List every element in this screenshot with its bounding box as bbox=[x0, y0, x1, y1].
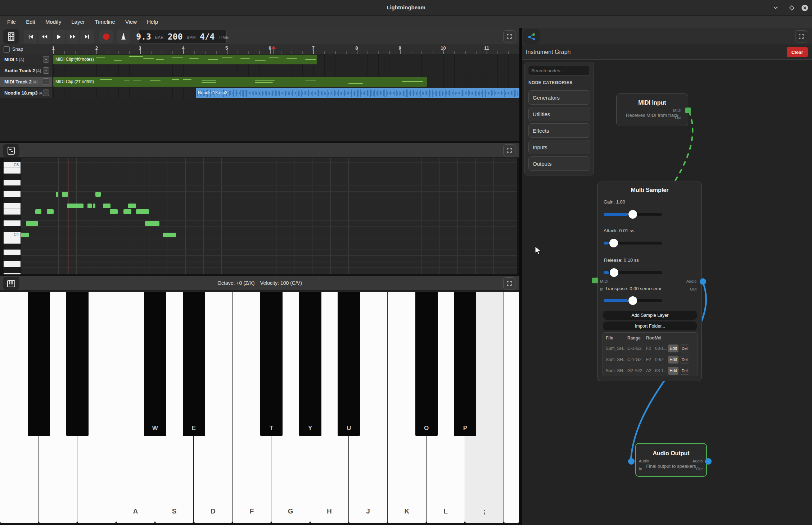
midi-note[interactable] bbox=[67, 204, 84, 208]
piano-roll-key[interactable] bbox=[4, 203, 21, 209]
audio-out-port[interactable] bbox=[705, 458, 712, 465]
midi-note[interactable] bbox=[87, 204, 92, 208]
piano-roll-key[interactable] bbox=[4, 226, 21, 232]
metronome-button[interactable] bbox=[117, 30, 130, 44]
menu-item-view[interactable]: View bbox=[120, 16, 142, 28]
piano-roll-key[interactable] bbox=[4, 244, 21, 250]
midi-note[interactable] bbox=[21, 233, 29, 237]
piano-roll-key[interactable] bbox=[4, 267, 21, 273]
rewind-button[interactable] bbox=[38, 30, 52, 44]
midi-note[interactable] bbox=[93, 204, 95, 208]
piano-roll-key[interactable] bbox=[4, 191, 21, 197]
midi-note[interactable] bbox=[163, 233, 176, 237]
white-key[interactable] bbox=[504, 292, 519, 523]
midi-note[interactable] bbox=[35, 209, 41, 214]
midi-note[interactable] bbox=[95, 192, 101, 197]
midi-note[interactable] bbox=[145, 221, 159, 226]
menu-item-help[interactable]: Help bbox=[142, 16, 163, 28]
piano-roll-key-partial[interactable] bbox=[4, 158, 21, 162]
delete-sample-button[interactable]: Del bbox=[680, 344, 689, 352]
add-sample-layer-button[interactable]: Add Sample Layer bbox=[603, 311, 697, 320]
transpose-slider-thumb[interactable] bbox=[628, 296, 637, 305]
track-mute-button[interactable]: - bbox=[43, 56, 49, 63]
midi-note[interactable] bbox=[136, 209, 149, 214]
search-input[interactable] bbox=[528, 65, 590, 76]
black-key-Y[interactable]: Y bbox=[299, 292, 321, 436]
graph-canvas[interactable]: NODE CATEGORIES GeneratorsUtilitiesEffec… bbox=[522, 60, 812, 525]
midi-note[interactable] bbox=[103, 204, 110, 208]
track-header-noodle-18-mp3[interactable]: Noodle 18.mp3[A]- bbox=[0, 88, 52, 98]
black-key[interactable] bbox=[28, 292, 50, 436]
category-button-effects[interactable]: Effects bbox=[528, 123, 590, 138]
track-header-midi-track-2[interactable]: MIDI Track 2[A]- bbox=[0, 77, 52, 87]
black-key[interactable] bbox=[66, 292, 89, 436]
clip-midi[interactable]: MIDI Clip (21 notes) bbox=[53, 77, 427, 87]
skip-to-start-button[interactable] bbox=[24, 30, 38, 44]
piano-roll-key[interactable]: C4 bbox=[4, 232, 21, 238]
gain-slider-thumb[interactable] bbox=[628, 210, 637, 219]
track-mute-button[interactable]: - bbox=[43, 67, 49, 74]
edit-sample-button[interactable]: Edit bbox=[668, 367, 678, 375]
piano-roll-key[interactable] bbox=[4, 174, 21, 179]
category-button-inputs[interactable]: Inputs bbox=[528, 140, 590, 154]
menu-item-edit[interactable]: Edit bbox=[21, 16, 40, 28]
edit-sample-button[interactable]: Edit bbox=[668, 356, 678, 364]
minimize-icon[interactable] bbox=[771, 3, 781, 13]
track-lane[interactable]: MIDI Clip (40 notes) bbox=[52, 54, 519, 65]
track-lane[interactable] bbox=[52, 65, 519, 76]
clip-midi[interactable]: MIDI Clip (40 notes) bbox=[53, 55, 317, 64]
midi-note[interactable] bbox=[47, 209, 54, 214]
track-header-midi-1[interactable]: MIDI 1[A]- bbox=[0, 54, 52, 65]
menu-item-file[interactable]: File bbox=[2, 16, 21, 28]
menu-item-timeline[interactable]: Timeline bbox=[90, 16, 120, 28]
track-mute-button[interactable]: - bbox=[43, 90, 49, 96]
black-key-O[interactable]: O bbox=[415, 292, 438, 436]
graph-mode-button[interactable] bbox=[523, 29, 540, 44]
black-key-W[interactable]: W bbox=[144, 292, 166, 436]
maximize-icon[interactable] bbox=[787, 3, 797, 13]
skip-to-end-button[interactable] bbox=[80, 30, 94, 44]
category-button-outputs[interactable]: Outputs bbox=[528, 156, 590, 171]
piano-roll-key[interactable] bbox=[4, 238, 21, 244]
delete-sample-button[interactable]: Del bbox=[680, 367, 689, 375]
piano-roll-key[interactable]: C5 bbox=[4, 162, 21, 168]
black-key-E[interactable]: E bbox=[183, 292, 205, 436]
attack-slider[interactable] bbox=[604, 242, 662, 245]
node-multi-sampler[interactable]: Multi Sampler Gain: 1.00 Attack: 0.01 ss… bbox=[597, 182, 702, 381]
graph-expand-button[interactable] bbox=[795, 30, 807, 42]
track-lane[interactable]: MIDI Clip (21 notes) bbox=[52, 77, 519, 87]
attack-slider-thumb[interactable] bbox=[609, 239, 618, 247]
midi-note[interactable] bbox=[128, 204, 136, 208]
panel-divider[interactable] bbox=[519, 28, 522, 525]
midi-note[interactable] bbox=[123, 209, 131, 214]
midi-note[interactable] bbox=[26, 221, 38, 226]
piano-roll-expand-button[interactable] bbox=[503, 144, 515, 156]
clip-audio[interactable]: Noodle 18.mp3 bbox=[196, 88, 519, 98]
keyboard-expand-button[interactable] bbox=[503, 277, 515, 289]
midi-note[interactable] bbox=[56, 192, 58, 197]
piano-roll-key-strip[interactable]: C5C4 bbox=[4, 158, 21, 274]
record-button[interactable] bbox=[99, 30, 113, 44]
piano-roll-key[interactable] bbox=[4, 250, 21, 255]
timeline-ruler[interactable]: Snap 1234567891011 bbox=[0, 45, 519, 54]
gain-slider[interactable] bbox=[604, 213, 662, 216]
track-lane[interactable]: Noodle 18.mp3 bbox=[52, 88, 519, 98]
piano-roll-key[interactable] bbox=[4, 209, 21, 215]
piano-roll-key[interactable] bbox=[4, 180, 21, 186]
release-slider-thumb[interactable] bbox=[610, 268, 618, 277]
snap-checkbox[interactable] bbox=[4, 46, 10, 52]
category-button-generators[interactable]: Generators bbox=[528, 90, 590, 105]
timeline-expand-button[interactable] bbox=[503, 30, 515, 42]
piano-roll-key[interactable] bbox=[4, 220, 21, 226]
timeline-mode-button[interactable] bbox=[3, 29, 19, 44]
audio-out-port[interactable] bbox=[700, 278, 706, 285]
piano-roll-key[interactable] bbox=[4, 168, 21, 174]
midi-note[interactable] bbox=[110, 209, 118, 214]
release-slider[interactable] bbox=[604, 271, 662, 274]
menu-item-layer[interactable]: Layer bbox=[66, 16, 90, 28]
midi-in-port[interactable] bbox=[592, 278, 598, 283]
black-key-U[interactable]: U bbox=[338, 292, 360, 436]
close-icon[interactable] bbox=[800, 3, 810, 13]
piano-roll-key[interactable] bbox=[4, 261, 21, 267]
piano-roll-mode-button[interactable] bbox=[3, 144, 19, 157]
